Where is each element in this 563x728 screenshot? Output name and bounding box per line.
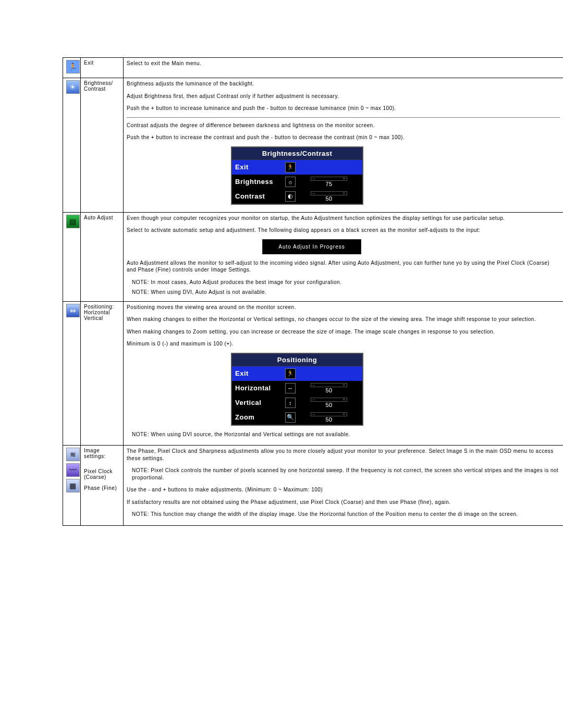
osd1-row0-slider: −+ 75 [299, 177, 359, 187]
auto-n1: NOTE: In most cases, Auto Adjust produce… [132, 279, 560, 286]
osd2-exit-row: Exit 🏃 [232, 366, 362, 381]
cell-icon-exit: 🏃 [63, 58, 81, 78]
osd2-row1-label: Vertical [235, 399, 282, 406]
osd2-exit-label: Exit [235, 369, 282, 377]
img-p4: If satisfactory results are not obtained… [127, 499, 560, 506]
contrast-icon: ◐ [285, 191, 296, 202]
image-label1: Image settings: [84, 448, 120, 459]
pos-p2: When making changes to either the Horizo… [127, 316, 560, 323]
img-p1: The Phase, Pixel Clock and Sharpness adj… [127, 448, 560, 462]
bright-p4: Contrast adjusts the degree of differenc… [127, 122, 560, 129]
bright-p1: Brightness adjusts the luminance of the … [127, 80, 560, 88]
phase-fine-icon: ▦ [66, 479, 80, 492]
cell-desc-position: Positioning moves the viewing area aroun… [124, 301, 564, 446]
pos-n1: NOTE: When using DVI source, the Horizon… [132, 431, 560, 438]
osd2-row0-val: 50 [325, 387, 332, 393]
osd2-row-0: Horizontal ↔ −+ 50 [232, 381, 362, 396]
osd2-row1-val: 50 [325, 402, 332, 408]
zoom-icon: 🔍 [285, 412, 296, 423]
osd1-row1-val: 50 [325, 195, 332, 202]
osd2-title: Positioning [232, 354, 362, 366]
osd1-row-0: Brightness ☼ −+ 75 [232, 175, 362, 189]
horizontal-icon: ↔ [285, 383, 296, 393]
osd1-exit-row: Exit 🏃 [232, 160, 362, 175]
osd1-row0-label: Brightness [235, 178, 282, 186]
bright-p3: Push the + button to increase luminance … [127, 105, 560, 112]
positioning-icon: ⇔ [66, 304, 80, 317]
auto-p3: Auto Adjustment allows the monitor to se… [127, 260, 560, 274]
cell-icon-auto: ▤ [63, 212, 81, 301]
cell-label-image: Image settings: Pixel Clock (Coarse) Pha… [81, 446, 124, 526]
auto-n2: NOTE: When using DVI, Auto Adjust is not… [132, 289, 560, 296]
exit-icon: 🏃 [66, 60, 80, 73]
cell-desc-auto: Even though your computer recognizes you… [124, 212, 564, 301]
exit-run-icon: 🏃 [285, 368, 296, 379]
img-p5: NOTE: This function may change the width… [132, 511, 560, 518]
auto-p2: Select to activate automatic setup and a… [127, 227, 560, 234]
bright-p5: Push the + button to increase the contra… [127, 134, 560, 141]
sun-icon: ☼ [285, 177, 296, 187]
cell-icon-position: ⇔ [63, 301, 81, 446]
cell-desc-image: The Phase, Pixel Clock and Sharpness adj… [124, 446, 564, 526]
cell-icon-image: ≋ 〰 ▦ [63, 446, 81, 526]
osd2-row-2: Zoom 🔍 −+ 50 [232, 410, 362, 425]
cell-label-position: Positioning: Horizontal Vertical [81, 301, 124, 446]
img-p2: NOTE: Pixel Clock controls the number of… [132, 467, 560, 481]
cell-label-brightness: Brightness/ Contrast [81, 78, 124, 213]
osd1-row1-label: Contrast [235, 192, 282, 200]
image-label3: Phase (Fine) [84, 485, 120, 491]
osd1-row0-val: 75 [325, 181, 332, 187]
osd1-exit-label: Exit [235, 163, 282, 171]
osd1-row1-slider: −+ 50 [299, 191, 359, 202]
osd-reference-table: 🏃 Exit Select to exit the Main menu. ☀ B… [63, 57, 563, 526]
image-label2: Pixel Clock (Coarse) [84, 468, 120, 480]
cell-desc-brightness: Brightness adjusts the luminance of the … [124, 78, 564, 213]
auto-progress-box: Auto Adjust In Progress [262, 239, 361, 254]
osd1-title: Brightness/Contrast [232, 147, 362, 160]
cell-desc-exit: Select to exit the Main menu. [124, 58, 564, 78]
pixel-clock-icon: 〰 [66, 463, 80, 477]
bright-p2: Adjust Brightness first, then adjust Con… [127, 93, 560, 100]
pos-p3: When making changes to Zoom setting, you… [127, 328, 560, 336]
osd-positioning: Positioning Exit 🏃 Horizontal ↔ −+ 50 Ve… [231, 353, 363, 426]
osd1-row-1: Contrast ◐ −+ 50 [232, 189, 362, 204]
osd2-row0-label: Horizontal [235, 384, 282, 392]
cell-label-auto: Auto Adjust [81, 212, 124, 301]
exit-run-icon: 🏃 [285, 162, 296, 172]
osd-brightness-contrast: Brightness/Contrast Exit 🏃 Brightness ☼ … [231, 146, 363, 205]
exit-desc: Select to exit the Main menu. [127, 60, 560, 67]
pos-p4: Minimum is 0 (-) and maximum is 100 (+). [127, 340, 560, 348]
osd2-row-1: Vertical ↕ −+ 50 [232, 396, 362, 410]
img-p3: Use the - and + buttons to make adjustme… [127, 486, 560, 493]
cell-label-exit: Exit [81, 58, 124, 78]
osd2-row2-val: 50 [325, 416, 332, 423]
auto-adjust-icon: ▤ [66, 215, 80, 228]
cell-icon-brightness: ☀ [63, 78, 81, 213]
vertical-icon: ↕ [285, 398, 296, 408]
osd2-row2-label: Zoom [235, 413, 282, 421]
pos-p1: Positioning moves the viewing area aroun… [127, 304, 560, 311]
image-settings-icon: ≋ [66, 448, 80, 461]
auto-p1: Even though your computer recognizes you… [127, 215, 560, 222]
brightness-icon: ☀ [66, 80, 80, 94]
